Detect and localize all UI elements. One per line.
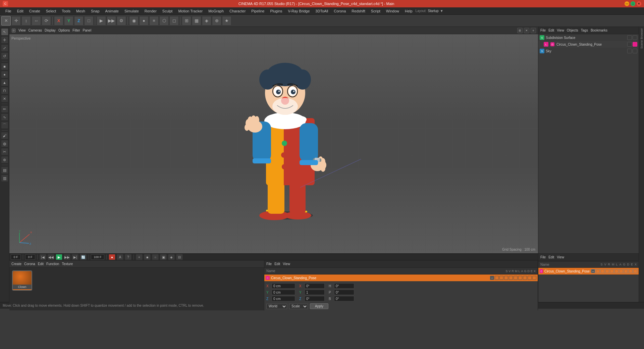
- obj-check-sky-2[interactable]: [633, 49, 637, 53]
- tool-scale[interactable]: ⤢: [1, 44, 8, 52]
- viewport-corner-1[interactable]: ⊞: [517, 28, 523, 33]
- tool-cone[interactable]: ▲: [1, 79, 8, 86]
- tool-sweep[interactable]: ⌒: [1, 121, 8, 129]
- viewport-menu-panel[interactable]: Panel: [83, 29, 92, 32]
- toolbar-z-axis[interactable]: Z: [74, 16, 84, 26]
- menu-character[interactable]: Character: [227, 8, 248, 14]
- scene-browser-tab[interactable]: Scene Browser: [640, 28, 643, 49]
- toolbar-world[interactable]: □: [84, 16, 94, 26]
- menu-file[interactable]: File: [3, 8, 14, 14]
- tool-pen[interactable]: ✏: [1, 105, 8, 113]
- attr-icon-v[interactable]: □: [495, 276, 499, 280]
- obj-check-1[interactable]: [627, 35, 632, 40]
- tool-magnet[interactable]: ⊛: [1, 156, 8, 163]
- obj-subdivision-surface[interactable]: S Subdivision Surface: [538, 34, 639, 41]
- tool-select[interactable]: ↖: [1, 28, 8, 36]
- key-anim-btn[interactable]: ▣: [160, 254, 167, 260]
- attr-icon-a[interactable]: □: [514, 276, 518, 280]
- attr-icon-r[interactable]: □: [499, 276, 503, 280]
- frame-end-input[interactable]: [91, 254, 104, 260]
- attr-object-row[interactable]: C Circus_Clown_Standing_Pose ▪ □ □ □ □ □…: [264, 275, 538, 281]
- menu-help[interactable]: Help: [402, 8, 415, 14]
- coord-ry-input[interactable]: [305, 290, 325, 295]
- toolbar-snap[interactable]: ⊞: [182, 16, 191, 26]
- toolbar-mode-0[interactable]: ✕: [1, 16, 11, 26]
- maximize-button[interactable]: □: [631, 1, 635, 6]
- attr-icon-e[interactable]: □: [528, 276, 532, 280]
- menu-edit[interactable]: Edit: [14, 8, 26, 14]
- play-fwd-btn[interactable]: ▶▶: [64, 254, 70, 260]
- key-auto-btn[interactable]: A: [117, 254, 123, 260]
- rpb-icon-s[interactable]: ▪: [591, 269, 595, 273]
- coord-rz-input[interactable]: [305, 296, 325, 301]
- menu-mograph[interactable]: MoGraph: [206, 8, 226, 14]
- apply-button[interactable]: Apply: [310, 303, 328, 309]
- attr-icon-d[interactable]: □: [523, 276, 527, 280]
- coord-h-input[interactable]: [334, 283, 354, 289]
- menu-mesh[interactable]: Mesh: [73, 8, 88, 14]
- menu-snap[interactable]: Snap: [88, 8, 102, 14]
- attr-menu-edit[interactable]: Edit: [274, 262, 280, 266]
- viewport-menu-display[interactable]: Display: [45, 29, 56, 32]
- play-back-btn[interactable]: ◀◀: [48, 254, 54, 260]
- attr-icon-m[interactable]: □: [504, 276, 508, 280]
- viewport-menu-options[interactable]: Options: [58, 29, 70, 32]
- play-end-btn[interactable]: ▶|: [72, 254, 78, 260]
- coord-b-input[interactable]: [334, 296, 354, 301]
- rpb-icon-l[interactable]: □: [610, 269, 614, 273]
- material-clown[interactable]: Clown: [12, 270, 32, 291]
- toolbar-scale[interactable]: ↕: [21, 16, 31, 26]
- attr-menu-file[interactable]: File: [266, 262, 272, 266]
- tool-paint[interactable]: 🖌: [1, 132, 8, 139]
- toolbar-poly-mode[interactable]: ⬡: [159, 16, 169, 26]
- key-help-btn[interactable]: ?: [125, 254, 131, 260]
- toolbar-grid[interactable]: ▦: [192, 16, 201, 26]
- rpb-obj-row[interactable]: C Circus_Clown_Standing_Pose ▪ □ □ □ □ □…: [538, 268, 639, 275]
- menu-sculpt[interactable]: Sculpt: [160, 8, 175, 14]
- viewport-menu-filter[interactable]: Filter: [72, 29, 80, 32]
- coord-y-input[interactable]: [272, 290, 295, 295]
- menu-simulate[interactable]: Simulate: [122, 8, 142, 14]
- coord-x-input[interactable]: [272, 283, 295, 289]
- coord-z-input[interactable]: [272, 296, 295, 301]
- rpb-icon-r[interactable]: □: [600, 269, 604, 273]
- mat-menu-create[interactable]: Create: [11, 262, 21, 266]
- viewport[interactable]: ⊞ View Cameras Display Options Filter Pa…: [9, 27, 538, 253]
- obj-check-sky-1[interactable]: [627, 49, 632, 53]
- key-expand-btn[interactable]: ⊟: [176, 254, 183, 260]
- menu-corona[interactable]: Corona: [331, 8, 348, 14]
- attr-icon-l[interactable]: □: [509, 276, 513, 280]
- window-controls[interactable]: — □ ✕: [625, 1, 641, 6]
- play-loop-btn[interactable]: 🔄: [80, 254, 87, 260]
- menu-animate[interactable]: Animate: [103, 8, 121, 14]
- mat-menu-corona[interactable]: Corona: [24, 262, 35, 266]
- viewport-menu-view[interactable]: View: [18, 29, 26, 32]
- toolbar-point-mode[interactable]: ●: [139, 16, 149, 26]
- menu-redshift[interactable]: Redshift: [349, 8, 368, 14]
- menu-script[interactable]: Script: [368, 8, 383, 14]
- toolbar-render-options[interactable]: ⚙: [117, 16, 126, 26]
- menu-3dtoall[interactable]: 3DToAll: [313, 8, 331, 14]
- close-button[interactable]: ✕: [637, 1, 641, 6]
- toolbar-move[interactable]: ✛: [11, 16, 21, 26]
- tool-layer1[interactable]: ▤: [1, 166, 8, 174]
- tool-sphere[interactable]: ●: [1, 71, 8, 78]
- tool-knife[interactable]: ✂: [1, 148, 8, 155]
- rpb-icon-e[interactable]: □: [629, 269, 633, 273]
- tool-cube[interactable]: ■: [1, 63, 8, 70]
- obj-check-clown-1[interactable]: [627, 42, 632, 47]
- menu-vray[interactable]: V-Ray Bridge: [285, 8, 313, 14]
- attr-icon-s[interactable]: ▪: [490, 276, 494, 280]
- toolbar-object-mode[interactable]: ◉: [129, 16, 139, 26]
- toolbar-axis[interactable]: ⊕: [212, 16, 221, 26]
- obj-sky[interactable]: S Sky: [538, 48, 639, 54]
- key-pos-btn[interactable]: ○: [152, 254, 159, 260]
- layout-dropdown-icon[interactable]: ▼: [440, 9, 443, 13]
- frame-current-input[interactable]: [11, 254, 21, 260]
- rpb-menu-view[interactable]: View: [557, 255, 564, 259]
- tool-layer2[interactable]: ▥: [1, 174, 8, 182]
- viewport-corner-3[interactable]: ≡: [531, 28, 536, 33]
- toolbar-y-axis[interactable]: Y: [64, 16, 73, 26]
- toolbar-rotate[interactable]: ↔: [32, 16, 41, 26]
- coord-rx-input[interactable]: [305, 283, 325, 289]
